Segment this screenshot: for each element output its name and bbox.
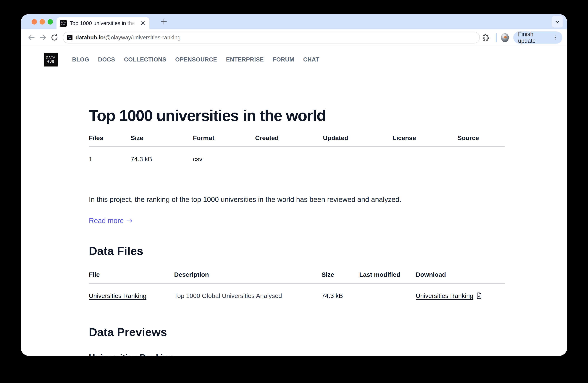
url-path: /@olayway/universities-ranking	[104, 34, 181, 40]
url-favicon-icon: DATAHUB	[67, 35, 72, 40]
nav-item-opensource[interactable]: OPENSOURCE	[175, 56, 217, 63]
close-icon	[140, 20, 146, 26]
nav-item-forum[interactable]: FORUM	[273, 56, 294, 63]
overview-table-header: Files Size Format Created Updated Licens…	[89, 134, 505, 147]
main-content: Top 1000 universities in the world Files…	[89, 107, 505, 356]
reload-icon	[51, 34, 58, 41]
tab-close-button[interactable]	[140, 20, 146, 26]
datahub-logo[interactable]: DATAHUB	[44, 53, 58, 66]
extensions-button[interactable]	[480, 32, 491, 43]
tab-title: Top 1000 universities in the w	[70, 20, 137, 26]
puzzle-icon	[482, 34, 489, 41]
column-header-download: Download	[416, 271, 505, 278]
forward-icon	[39, 33, 47, 41]
chevron-down-icon	[554, 19, 561, 25]
window-close-button[interactable]	[32, 19, 37, 24]
forward-button[interactable]	[37, 32, 49, 43]
back-button[interactable]	[26, 32, 37, 43]
toolbar-divider	[496, 33, 497, 42]
file-last-modified	[359, 292, 416, 300]
browser-window: DATAHUB Top 1000 universities in the w D…	[21, 14, 567, 356]
data-files-heading: Data Files	[89, 244, 505, 258]
page-title: Top 1000 universities in the world	[89, 107, 505, 125]
arrow-right-icon: →	[126, 217, 132, 225]
tab-strip: DATAHUB Top 1000 universities in the w	[21, 14, 567, 29]
file-description: Top 1000 Global Universities Analysed	[174, 292, 321, 300]
column-header-last-modified: Last modified	[359, 271, 416, 278]
tab-search-button[interactable]	[552, 16, 563, 27]
source-value	[458, 156, 505, 163]
size-value: 74.3 kB	[131, 156, 193, 163]
column-header-created: Created	[255, 134, 323, 141]
nav-item-enterprise[interactable]: ENTERPRISE	[226, 56, 264, 63]
back-icon	[27, 33, 36, 41]
browser-toolbar: DATAHUB datahub.io/@olayway/universities…	[21, 29, 567, 46]
license-value	[393, 156, 458, 163]
new-tab-button[interactable]	[158, 16, 169, 27]
updated-value	[323, 156, 393, 163]
column-header-description: Description	[174, 271, 321, 278]
column-header-updated: Updated	[323, 134, 393, 141]
created-value	[255, 156, 323, 163]
page-content: DATAHUB BLOG DOCS COLLECTIONS OPENSOURCE…	[21, 53, 567, 356]
description-text: In this project, the ranking of the top …	[89, 194, 405, 205]
profile-avatar[interactable]	[501, 33, 509, 42]
files-value: 1	[89, 156, 131, 163]
finish-update-button[interactable]: Finish update	[513, 31, 562, 44]
column-header-file-size: Size	[321, 271, 359, 278]
finish-update-label: Finish update	[518, 31, 549, 44]
url-bar[interactable]: DATAHUB datahub.io/@olayway/universities…	[63, 32, 480, 43]
files-table-header: File Description Size Last modified Down…	[89, 271, 505, 284]
overview-table-row: 1 74.3 kB csv	[89, 147, 505, 163]
nav-item-chat[interactable]: CHAT	[303, 56, 319, 63]
column-header-license: License	[393, 134, 458, 141]
data-previews-heading: Data Previews	[89, 325, 505, 339]
site-nav: BLOG DOCS COLLECTIONS OPENSOURCE ENTERPR…	[72, 56, 319, 63]
nav-item-blog[interactable]: BLOG	[72, 56, 89, 63]
site-header: DATAHUB BLOG DOCS COLLECTIONS OPENSOURCE…	[44, 53, 567, 66]
url-domain: datahub.io	[75, 34, 104, 40]
browser-tab[interactable]: DATAHUB Top 1000 universities in the w	[57, 17, 149, 29]
read-more-link[interactable]: Read more →	[89, 217, 132, 225]
tab-favicon-icon: DATAHUB	[60, 20, 67, 27]
reload-button[interactable]	[49, 32, 60, 43]
nav-item-collections[interactable]: COLLECTIONS	[124, 56, 166, 63]
column-header-file: File	[89, 271, 174, 278]
files-table-row: Universities Ranking Top 1000 Global Uni…	[89, 284, 505, 300]
file-size: 74.3 kB	[321, 292, 359, 300]
column-header-source: Source	[458, 134, 505, 141]
file-download-icon[interactable]	[476, 292, 482, 299]
read-more-label: Read more	[89, 217, 124, 225]
window-zoom-button[interactable]	[48, 19, 53, 24]
column-header-size: Size	[131, 134, 193, 141]
column-header-format: Format	[193, 134, 255, 141]
format-value: csv	[193, 156, 255, 163]
preview-title: Universities Ranking	[89, 353, 505, 356]
url-text: datahub.io/@olayway/universities-ranking	[75, 34, 181, 41]
window-controls	[32, 19, 53, 24]
nav-item-docs[interactable]: DOCS	[98, 56, 115, 63]
toolbar-right: Finish update	[480, 31, 562, 44]
file-link[interactable]: Universities Ranking	[89, 292, 147, 299]
window-minimize-button[interactable]	[40, 19, 45, 24]
plus-icon	[160, 18, 168, 25]
column-header-files: Files	[89, 134, 131, 141]
kebab-menu-icon[interactable]	[553, 34, 558, 41]
download-link[interactable]: Universities Ranking	[416, 292, 473, 300]
